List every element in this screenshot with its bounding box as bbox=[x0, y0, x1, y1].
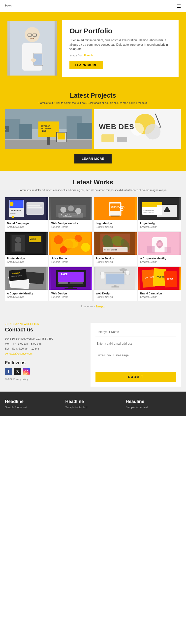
svg-rect-93 bbox=[165, 247, 171, 254]
svg-text:ORANGINA: ORANGINA bbox=[111, 206, 125, 208]
project-slide-outdoor[interactable]: OUTDOOR BILLBOARD HERE bbox=[5, 109, 92, 149]
contact-hours1: Mon – Fri: 9:00 am – 8:00 pm, bbox=[5, 342, 41, 345]
contact-email[interactable]: contacts@esbnyc.com bbox=[5, 352, 32, 355]
work-cat-brand-campaign-1: Graphic Design bbox=[7, 226, 46, 228]
work-title-web-desk: Web Design bbox=[96, 292, 135, 295]
contact-info: 3045 10 Sunrize Avenue, 123-456-7890 Mon… bbox=[5, 336, 86, 356]
submit-button[interactable]: SUBMIT bbox=[95, 372, 176, 382]
svg-text:BILLBOARD: BILLBOARD bbox=[41, 128, 52, 130]
hero-freepik-note: Image from Freepik bbox=[69, 54, 171, 57]
svg-rect-24 bbox=[56, 132, 57, 142]
message-input[interactable] bbox=[95, 351, 176, 366]
email-input[interactable] bbox=[95, 340, 176, 348]
hero-title: Our Portfolio bbox=[69, 27, 171, 35]
work-thumb-brand-colors: COLORS! COLORS! CORSI bbox=[138, 267, 181, 290]
work-info-poster-music: Poster design Graphic Design bbox=[5, 255, 48, 266]
footer-col-2: Headline Sample footer text bbox=[65, 399, 121, 409]
latest-projects-subtitle: Sample text. Click to select the text bo… bbox=[5, 101, 181, 104]
work-card-poster-design[interactable]: Poster Design Poster Design Graphic Desi… bbox=[94, 232, 137, 266]
work-cat-web-design-site: Graphic Design bbox=[51, 226, 90, 228]
footer-text-3: Sample footer text bbox=[126, 406, 181, 409]
work-title-web-design-site: Web Design Website bbox=[51, 222, 90, 225]
svg-text:Consultancy: Consultancy bbox=[63, 216, 72, 218]
svg-text:Strategy & Management: Strategy & Management bbox=[61, 214, 78, 216]
facebook-icon[interactable]: f bbox=[5, 368, 12, 375]
svg-point-29 bbox=[145, 124, 161, 140]
work-cat-juice-bottle: Graphic Design bbox=[51, 261, 90, 263]
svg-text:HERE: HERE bbox=[41, 130, 46, 132]
svg-point-8 bbox=[31, 58, 36, 62]
svg-point-76 bbox=[54, 235, 63, 244]
hero-cta-button[interactable]: LEARN MORE bbox=[69, 61, 103, 69]
slider-prev-button[interactable]: ‹ bbox=[5, 126, 9, 132]
work-card-web-fake[interactable]: FAKE Web Design Graphic Design bbox=[49, 267, 92, 301]
footer-col-1: Headline Sample footer text bbox=[5, 399, 60, 409]
svg-point-113 bbox=[120, 268, 127, 271]
svg-rect-35 bbox=[117, 137, 127, 142]
svg-rect-109 bbox=[65, 288, 77, 289]
work-cat-corporate-pink: Graphic Design bbox=[140, 261, 179, 263]
hero-section: Our Portfolio Ut enim ad minim veniam, q… bbox=[0, 12, 186, 84]
svg-rect-72 bbox=[15, 243, 21, 252]
work-title-web-fake: Web Design bbox=[51, 292, 90, 295]
work-card-logo-orange[interactable]: ORANGINA Logo design Graphic Design bbox=[94, 197, 137, 231]
svg-text:FAKE: FAKE bbox=[61, 273, 68, 276]
svg-rect-118 bbox=[101, 272, 105, 278]
contact-address: 3045 10 Sunrize Avenue, 123-456-7890 bbox=[5, 337, 53, 340]
work-title-juice-bottle: Juice Bottle bbox=[51, 257, 90, 260]
hero-image bbox=[7, 21, 57, 76]
work-info-corporate-biz: A Corporate Identity Graphic Design bbox=[5, 290, 48, 301]
contact-form: SUBMIT bbox=[91, 323, 181, 386]
contact-left: JOIN OUR NEWSLETTER Contact us 3045 10 S… bbox=[5, 323, 86, 386]
work-card-poster-music[interactable]: MUSIC Poster design Graphic Design bbox=[5, 232, 48, 266]
work-thumb-web-fake: FAKE bbox=[49, 267, 92, 290]
work-title-corporate-pink: A Corporate Identity bbox=[140, 257, 179, 260]
work-info-logo-orange: Logo design Graphic Design bbox=[94, 220, 137, 231]
work-title-logo-orange: Logo design bbox=[96, 222, 135, 225]
work-thumb-logo-black: Company Name www.company.com bbox=[138, 197, 181, 220]
svg-point-79 bbox=[81, 243, 90, 252]
work-cat-brand-colors: Graphic Design bbox=[140, 296, 179, 298]
instagram-icon[interactable]: ◯ bbox=[23, 368, 30, 375]
svg-point-80 bbox=[60, 246, 67, 253]
header: logo ☰ bbox=[0, 0, 186, 12]
name-input[interactable] bbox=[95, 328, 176, 336]
work-card-logo-black[interactable]: Company Name www.company.com Logo design… bbox=[138, 197, 181, 231]
work-card-corporate-biz[interactable]: COMPANY www.company.com A Corporate Iden… bbox=[5, 267, 48, 301]
hamburger-menu[interactable]: ☰ bbox=[177, 3, 181, 9]
work-info-poster-design: Poster Design Graphic Design bbox=[94, 255, 137, 266]
work-card-web-design-site[interactable]: Strategy & Management Consultancy Web De… bbox=[49, 197, 92, 231]
contact-wrapper: JOIN OUR NEWSLETTER Contact us 3045 10 S… bbox=[5, 323, 181, 386]
work-info-web-desk: Web Design Graphic Design bbox=[94, 290, 137, 301]
work-thumb-web-desk bbox=[94, 267, 137, 290]
contact-heading: Contact us bbox=[5, 326, 86, 333]
work-thumb-poster-design: Poster Design bbox=[94, 232, 137, 255]
work-title-brand-campaign-1: Brand Campaign bbox=[7, 222, 46, 225]
freepik-link[interactable]: Freepik bbox=[84, 54, 93, 57]
svg-point-46 bbox=[12, 216, 14, 218]
works-freepik-link[interactable]: Freepik bbox=[96, 305, 105, 308]
svg-point-81 bbox=[63, 238, 78, 248]
work-card-corporate-pink[interactable]: A Corporate Identity Graphic Design bbox=[138, 232, 181, 266]
work-cat-poster-music: Graphic Design bbox=[7, 261, 46, 263]
project-slide-webdes[interactable]: WEB DES bbox=[94, 109, 181, 149]
copyright: ©2024 Privacy policy bbox=[5, 378, 86, 381]
work-card-juice-bottle[interactable]: Juice Bottle Graphic Design bbox=[49, 232, 92, 266]
work-card-brand-campaign-1[interactable]: John Smith Designer Brand Campaign Graph… bbox=[5, 197, 48, 231]
follow-heading: Follow us bbox=[5, 360, 86, 366]
work-card-brand-colors[interactable]: COLORS! COLORS! CORSI Brand Campaign Gra… bbox=[138, 267, 181, 301]
work-cat-logo-orange: Graphic Design bbox=[96, 226, 135, 228]
svg-point-59 bbox=[110, 215, 120, 217]
work-info-web-design-site: Web Design Website Graphic Design bbox=[49, 220, 92, 231]
work-card-web-desk[interactable]: Web Design Graphic Design bbox=[94, 267, 137, 301]
svg-rect-25 bbox=[66, 132, 66, 142]
svg-text:OUTDOOR: OUTDOOR bbox=[41, 125, 50, 127]
svg-rect-92 bbox=[147, 246, 155, 254]
svg-rect-26 bbox=[57, 133, 65, 140]
work-title-brand-colors: Brand Campaign bbox=[140, 292, 179, 295]
work-title-poster-music: Poster design bbox=[7, 257, 46, 260]
twitter-x-icon[interactable]: 𝕏 bbox=[14, 368, 21, 375]
projects-cta-button[interactable]: LEARN MORE bbox=[74, 154, 112, 164]
work-title-poster-design: Poster Design bbox=[96, 257, 135, 260]
svg-text:www.company.com: www.company.com bbox=[144, 212, 154, 213]
